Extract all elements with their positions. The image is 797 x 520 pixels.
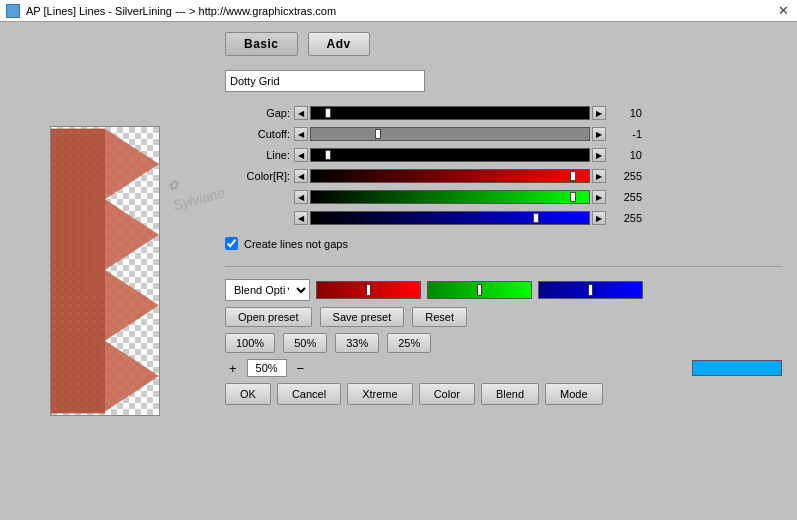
color-g-increase-btn[interactable]: ▶: [592, 190, 606, 204]
color-g-value: 255: [610, 191, 642, 203]
create-lines-checkbox[interactable]: [225, 237, 238, 250]
dropdown-row: Dotty Grid Solid Grid Dashed Grid: [225, 70, 782, 92]
adv-tab[interactable]: Adv: [308, 32, 370, 56]
svg-marker-5: [105, 270, 159, 341]
color-g-slider-track[interactable]: [310, 190, 590, 204]
line-slider-track[interactable]: [310, 148, 590, 162]
color-button[interactable]: Color: [419, 383, 475, 405]
open-preset-button[interactable]: Open preset: [225, 307, 312, 327]
zoom-controls: + 50% −: [225, 359, 308, 377]
color-g-slider-wrapper: ◀ ▶: [294, 190, 606, 204]
xtreme-button[interactable]: Xtreme: [347, 383, 412, 405]
cutoff-decrease-btn[interactable]: ◀: [294, 127, 308, 141]
bottom-row: + 50% −: [225, 359, 782, 377]
gap-slider-track[interactable]: [310, 106, 590, 120]
blend-green-slider[interactable]: [427, 281, 532, 299]
line-increase-btn[interactable]: ▶: [592, 148, 606, 162]
controls-panel: Basic Adv Dotty Grid Solid Grid Dashed G…: [210, 22, 797, 520]
action-buttons-row: OK Cancel Xtreme Color Blend Mode: [225, 383, 782, 405]
preset-dropdown[interactable]: Dotty Grid Solid Grid Dashed Grid: [225, 70, 425, 92]
color-b-increase-btn[interactable]: ▶: [592, 211, 606, 225]
app-icon: [6, 4, 20, 18]
color-b-slider-track[interactable]: [310, 211, 590, 225]
svg-marker-6: [105, 341, 159, 412]
preview-image: [50, 126, 160, 416]
gap-slider-wrapper: ◀ ▶: [294, 106, 606, 120]
line-row: Line: ◀ ▶ 10: [225, 146, 782, 164]
svg-marker-3: [105, 129, 159, 200]
gap-label: Gap:: [225, 107, 290, 119]
blend-button[interactable]: Blend: [481, 383, 539, 405]
checkbox-row: Create lines not gaps: [225, 237, 782, 250]
zoom-plus-btn[interactable]: +: [225, 361, 241, 376]
zoom-value-display: 50%: [247, 359, 287, 377]
zoom-minus-btn[interactable]: −: [293, 361, 309, 376]
basic-tab[interactable]: Basic: [225, 32, 298, 56]
gap-increase-btn[interactable]: ▶: [592, 106, 606, 120]
zoom-33-button[interactable]: 33%: [335, 333, 379, 353]
color-r-label: Color[R]:: [225, 170, 290, 182]
blend-dropdown[interactable]: Blend Opti▼ Normal Multiply: [225, 279, 310, 301]
save-preset-button[interactable]: Save preset: [320, 307, 405, 327]
color-r-row: Color[R]: ◀ ▶ 255: [225, 167, 782, 185]
line-decrease-btn[interactable]: ◀: [294, 148, 308, 162]
close-button[interactable]: ✕: [776, 3, 791, 18]
line-label: Line:: [225, 149, 290, 161]
svg-rect-7: [51, 129, 105, 414]
gap-value: 10: [610, 107, 642, 119]
blend-red-slider[interactable]: [316, 281, 421, 299]
color-r-decrease-btn[interactable]: ◀: [294, 169, 308, 183]
gap-row: Gap: ◀ ▶ 10: [225, 104, 782, 122]
create-lines-label[interactable]: Create lines not gaps: [244, 238, 348, 250]
preview-panel: ✿ Sylviane: [0, 22, 210, 520]
ok-button[interactable]: OK: [225, 383, 271, 405]
gap-decrease-btn[interactable]: ◀: [294, 106, 308, 120]
color-b-decrease-btn[interactable]: ◀: [294, 211, 308, 225]
color-b-slider-wrapper: ◀ ▶: [294, 211, 606, 225]
title-bar-left: AP [Lines] Lines - SilverLining --- > ht…: [6, 4, 336, 18]
color-r-slider-wrapper: ◀ ▶: [294, 169, 606, 183]
cutoff-slider-track[interactable]: [310, 127, 590, 141]
cutoff-value: -1: [610, 128, 642, 140]
zoom-50-button[interactable]: 50%: [283, 333, 327, 353]
line-slider-wrapper: ◀ ▶: [294, 148, 606, 162]
cutoff-slider-wrapper: ◀ ▶: [294, 127, 606, 141]
cutoff-increase-btn[interactable]: ▶: [592, 127, 606, 141]
cutoff-label: Cutoff:: [225, 128, 290, 140]
title-bar: AP [Lines] Lines - SilverLining --- > ht…: [0, 0, 797, 22]
color-b-row: ◀ ▶ 255: [225, 209, 782, 227]
color-g-decrease-btn[interactable]: ◀: [294, 190, 308, 204]
blend-row: Blend Opti▼ Normal Multiply: [225, 279, 782, 301]
preview-svg: [51, 127, 159, 415]
zoom-row: 100% 50% 33% 25%: [225, 333, 782, 353]
mode-color-bar: [692, 360, 782, 376]
separator-1: [225, 266, 782, 267]
preset-buttons-row: Open preset Save preset Reset: [225, 307, 782, 327]
zoom-25-button[interactable]: 25%: [387, 333, 431, 353]
color-r-slider-track[interactable]: [310, 169, 590, 183]
color-b-value: 255: [610, 212, 642, 224]
color-r-value: 255: [610, 170, 642, 182]
color-r-increase-btn[interactable]: ▶: [592, 169, 606, 183]
zoom-100-button[interactable]: 100%: [225, 333, 275, 353]
color-g-row: ◀ ▶ 255: [225, 188, 782, 206]
mode-button[interactable]: Mode: [545, 383, 603, 405]
slider-section: Gap: ◀ ▶ 10 Cutoff: ◀ ▶: [225, 104, 782, 227]
main-content: ✿ Sylviane Basic Adv Dotty Grid Solid Gr…: [0, 22, 797, 520]
line-value: 10: [610, 149, 642, 161]
reset-button[interactable]: Reset: [412, 307, 467, 327]
top-buttons: Basic Adv: [225, 32, 782, 56]
svg-marker-4: [105, 199, 159, 270]
cutoff-row: Cutoff: ◀ ▶ -1: [225, 125, 782, 143]
cancel-button[interactable]: Cancel: [277, 383, 341, 405]
blend-blue-slider[interactable]: [538, 281, 643, 299]
title-bar-text: AP [Lines] Lines - SilverLining --- > ht…: [26, 5, 336, 17]
